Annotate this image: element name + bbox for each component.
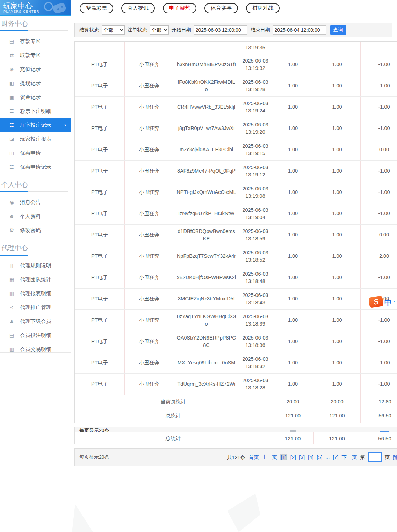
tab-sports-events[interactable]: 体育赛事 (204, 3, 238, 13)
sidebar-item-promo-apply-records[interactable]: ☱ 优惠申请记录 › (0, 160, 71, 174)
translate-popup-icon[interactable]: S (368, 296, 384, 308)
sidebar-item-messages[interactable]: ◉ 消息公告 › (0, 195, 71, 209)
sidebar-item-agent-promotion[interactable]: < 代理推广管理 › (0, 300, 71, 314)
game-cell: 小丑狂奔 (124, 139, 174, 160)
tab-electronic-games[interactable]: 电子游艺 (163, 3, 196, 13)
tab-double-win-lottery[interactable]: 雙赢彩票 (80, 3, 113, 13)
win-loss-cell: -1.00 (360, 182, 397, 203)
filter-panel: 结算状态: 全部 注单状态: 全部 开始日期: 结束日期: 查询 (74, 23, 392, 37)
sidebar: 玩家中心 PLAYERS CENTER 财务中心 ▤ 存款专区 › ⇄ 取款专区… (0, 0, 71, 353)
sidebar-item-withdraw-zone[interactable]: ⇄ 取款专区 › (0, 48, 71, 62)
page-link[interactable]: [2] (290, 454, 296, 460)
bet-amount-cell: 1.00 (272, 182, 314, 203)
page-link[interactable]: [3] (299, 454, 305, 460)
sidebar-item-funds-records[interactable]: ▣ 资金记录 › (0, 90, 71, 104)
page-link[interactable]: [4] (308, 454, 313, 460)
sidebar-item-label: 会员交易明细 (20, 346, 51, 353)
page-summary-winloss: -12.80 (360, 395, 397, 409)
sidebar-item-label: 代理推广管理 (20, 304, 51, 311)
sidebar-item-recharge-records[interactable]: ◈ 充值记录 › (0, 62, 71, 76)
sidebar-item-agent-rules[interactable]: ▯ 代理规则说明 › (0, 258, 71, 272)
order-id-cell: mZckcj6i0AA_FEkPClbi (174, 139, 239, 160)
start-date-label: 开始日期: (172, 27, 193, 33)
table-row: PT电子 小丑狂奔 fFo8KbKnOKK2FkwMDfLo 2025-06-0… (75, 75, 397, 96)
bet-amount-cell: 1.00 (272, 267, 314, 288)
game-cell: 小丑狂奔 (124, 182, 174, 203)
sidebar-item-label: 修改密码 (20, 227, 41, 234)
jump-page-input[interactable] (368, 452, 382, 462)
table-row: PT电子 小丑狂奔 xE2DK0HjfOsFWBFwsK2l 2025-06-0… (75, 267, 397, 288)
agent-promotion-icon: < (9, 305, 15, 310)
settle-status-select[interactable]: 全部 (102, 25, 125, 35)
tab-board-card-battle[interactable]: 棋牌对战 (246, 3, 280, 13)
page-summary-bet: 20.00 (272, 395, 314, 409)
sidebar-item-profile[interactable]: ☻ 个人资料 › (0, 209, 71, 223)
agent-members-icon: ♟ (9, 319, 15, 324)
translate-popup: S 中 : (369, 296, 397, 309)
watermark-triangle-left (72, 504, 93, 532)
win-loss-cell: 0.00 (360, 224, 397, 246)
win-loss-cell: -1.00 (360, 373, 397, 395)
page-link: ... (325, 454, 330, 460)
sidebar-item-label: 优惠申请 (20, 150, 41, 156)
bet-amount-cell: 1.00 (272, 288, 314, 309)
hall-cell: PT电子 (75, 246, 124, 267)
floating-summary-bet: 121.00 (272, 432, 314, 444)
first-page-link[interactable]: 首页 (248, 454, 259, 461)
sidebar-item-player-bet-report[interactable]: ◪ 玩家投注报表 › (0, 132, 71, 146)
sidebar-item-agent-report-details[interactable]: ▥ 代理报表明细 › (0, 286, 71, 300)
sidebar-item-agent-team-stats[interactable]: ▦ 代理团队统计 › (0, 272, 71, 286)
hall-bet-record-icon: ☷ (9, 122, 15, 128)
order-id-cell: CR4HVwwVRb_33EL5kfjf (174, 96, 239, 118)
search-button[interactable]: 查询 (330, 25, 346, 35)
table-row: PT电子 小丑狂奔 8AF8z9Me47-PqOt_0FqP 2025-06-0… (75, 160, 397, 182)
sidebar-item-member-transactions[interactable]: ▥ 会员交易明细 › (0, 342, 71, 356)
hall-cell: PT电子 (75, 352, 124, 373)
start-date-input[interactable] (194, 25, 247, 35)
sidebar-item-change-password[interactable]: ⚙ 修改密码 › (0, 223, 71, 237)
time-cell: 2025-06-0313:19:12 (239, 160, 272, 182)
game-cell: 小丑狂奔 (124, 54, 174, 75)
sidebar-item-deposit-zone[interactable]: ▤ 存款专区 › (0, 34, 71, 48)
valid-bet-cell: 1.00 (314, 288, 360, 309)
valid-bet-cell: 1.00 (314, 352, 360, 373)
sidebar-item-withdrawal-records[interactable]: ◧ 提现记录 › (0, 76, 71, 90)
floating-summary-winloss: -56.50 (360, 432, 397, 444)
agent-rules-icon: ▯ (9, 263, 15, 268)
end-date-input[interactable] (273, 25, 326, 35)
next-page-link[interactable]: 下一页 (342, 454, 357, 461)
game-tab-label: 棋牌对战 (252, 5, 273, 11)
pagination-bar: 每页显示20条 共121条 首页 上一页 [1][2][3][4][5]...[… (74, 448, 397, 466)
sidebar-item-agent-sub-members[interactable]: ♟ 代理下级会员 › (0, 314, 71, 328)
sidebar-item-lottery-bet-details[interactable]: ☰ 彩票下注明细 › (0, 104, 71, 118)
sidebar-item-label: 取款专区 (20, 52, 41, 59)
bet-amount-cell: 1.00 (272, 203, 314, 224)
game-cell: 小丑狂奔 (124, 352, 174, 373)
prev-page-link[interactable]: 上一页 (262, 454, 277, 461)
tab-live-video[interactable]: 真人视讯 (121, 3, 155, 13)
order-status-select[interactable]: 全部 (150, 25, 169, 35)
total-summary-bet: 121.00 (272, 409, 314, 423)
player-bet-report-icon: ◪ (9, 136, 15, 142)
jump-button[interactable]: 跳转 (393, 454, 397, 461)
sidebar-sections: 财务中心 ▤ 存款专区 › ⇄ 取款专区 › ◈ 充值记录 › ◧ 提现记录 ›… (0, 16, 71, 356)
sidebar-item-member-bet-details[interactable]: ▤ 会员投注明细 › (0, 328, 71, 342)
pagination-controls: 共121条 首页 上一页 [1][2][3][4][5]...[7] 下一页 第… (227, 452, 397, 462)
valid-bet-cell: 1.00 (314, 267, 360, 288)
sidebar-item-label: 代理下级会员 (20, 318, 51, 325)
page-link[interactable]: [5] (317, 454, 322, 460)
sidebar-item-hall-bet-records[interactable]: ☷ 厅室投注记录 › (0, 118, 71, 132)
page-link[interactable]: [7] (333, 454, 338, 460)
bet-amount-cell: 1.00 (272, 75, 314, 96)
sidebar-section-title: 财务中心 (0, 16, 71, 27)
win-loss-cell: -1.00 (360, 75, 397, 96)
sidebar-item-label: 提现记录 (20, 80, 41, 87)
total-summary-label: 总统计 (75, 409, 272, 423)
password-icon: ⚙ (9, 227, 15, 233)
bet-amount-cell: 1.00 (272, 331, 314, 352)
game-cell: 小丑狂奔 (124, 160, 174, 182)
time-cell: 2025-06-0313:18:48 (239, 267, 272, 288)
sidebar-item-promo-apply[interactable]: ◫ 优惠申请 › (0, 146, 71, 160)
page-link[interactable]: [1] (280, 454, 287, 460)
win-loss-cell: -1.00 (360, 267, 397, 288)
